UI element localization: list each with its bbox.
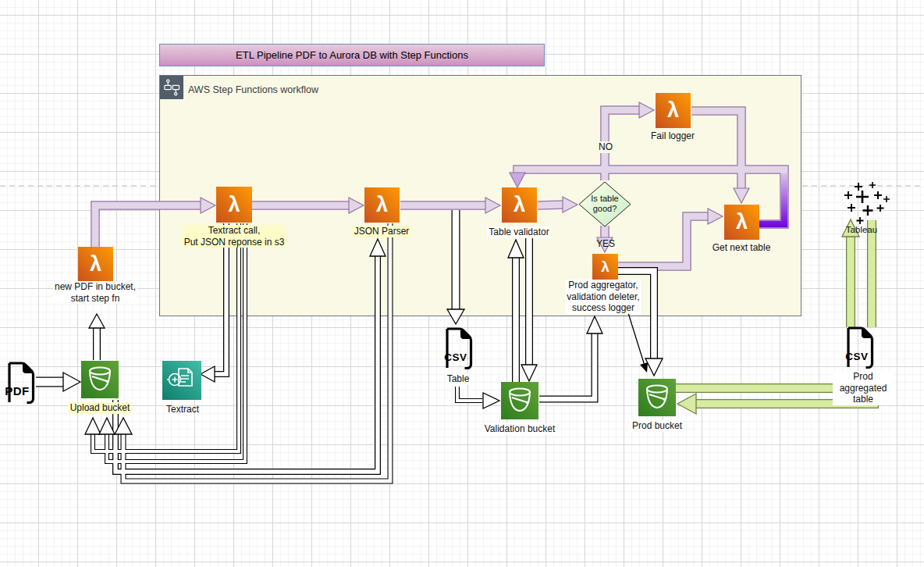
s3-bucket-icon: [638, 379, 676, 416]
json-parser-label: JSON Parser: [353, 226, 411, 237]
textract-icon: [162, 361, 201, 400]
lambda-icon: λ: [601, 259, 609, 274]
upload-bucket-node[interactable]: [81, 361, 119, 398]
csv-file-label: CSV: [444, 351, 467, 363]
table-validator-label: Table validator: [487, 226, 550, 238]
decision-yes-label: YES: [595, 238, 617, 250]
diagram-title-text: ETL Pipeline PDF to Aurora DB with Step …: [236, 49, 468, 61]
lambda-prod-aggregator[interactable]: λ: [592, 254, 618, 280]
lambda-table-validator[interactable]: λ: [502, 187, 537, 223]
lambda-json-parser[interactable]: λ: [364, 187, 400, 223]
upload-bucket-label: Upload bucket: [69, 402, 132, 414]
decision-is-table-good[interactable]: Is table good?: [578, 181, 631, 227]
csv-file-icon: [841, 326, 876, 369]
textract-label: Textract: [165, 404, 201, 415]
step-functions-container[interactable]: AWS Step Functions workflow: [159, 75, 801, 316]
decision-no-label: NO: [597, 141, 614, 153]
prod-csv-label: Prod aggregated table: [833, 371, 894, 405]
decision-label: Is table good?: [578, 194, 631, 213]
s3-bucket-icon: [81, 361, 119, 398]
diagram-title[interactable]: ETL Pipeline PDF to Aurora DB with Step …: [159, 44, 545, 66]
lambda-icon: λ: [90, 254, 101, 275]
lambda-icon: λ: [736, 212, 748, 233]
tableau-label: Tableau: [844, 224, 879, 235]
validation-bucket-node[interactable]: [501, 382, 538, 419]
prod-csv-node[interactable]: CSV: [841, 326, 876, 369]
table-csv-label: Table: [446, 373, 471, 385]
new-pdf-label: new PDF in bucket, start step fn: [53, 281, 137, 304]
validation-bucket-label: Validation bucket: [483, 423, 557, 435]
pdf-file-icon: [3, 361, 36, 405]
fail-logger-label: Fail logger: [649, 130, 696, 142]
prod-aggregator-label: Prod aggregator, validation deleter, suc…: [565, 280, 641, 314]
textract-node[interactable]: [162, 361, 201, 400]
lambda-icon: λ: [228, 194, 240, 216]
lambda-get-next-table[interactable]: λ: [724, 205, 759, 240]
textract-call-label: Textract call, Put JSON reponse in s3: [183, 225, 286, 248]
lambda-textract-call[interactable]: λ: [216, 187, 252, 223]
lambda-icon: λ: [376, 194, 388, 216]
pdf-file-label: PDF: [5, 384, 30, 398]
get-next-table-label: Get next table: [711, 242, 773, 254]
lambda-new-pdf[interactable]: λ: [78, 247, 113, 282]
csv-file-label: CSV: [845, 351, 868, 362]
pdf-file-node[interactable]: PDF: [3, 361, 36, 405]
s3-bucket-icon: [501, 382, 538, 419]
prod-bucket-node[interactable]: [638, 379, 676, 416]
tableau-node[interactable]: [841, 180, 890, 226]
lambda-icon: λ: [667, 100, 679, 121]
csv-file-icon: [440, 326, 474, 370]
lambda-icon: λ: [514, 194, 525, 216]
table-csv-node[interactable]: CSV: [440, 326, 474, 370]
container-title: AWS Step Functions workflow: [188, 84, 318, 95]
step-functions-icon: [160, 76, 183, 99]
lambda-fail-logger[interactable]: λ: [656, 93, 691, 128]
prod-bucket-label: Prod bucket: [631, 420, 684, 432]
tableau-icon: [841, 180, 890, 226]
